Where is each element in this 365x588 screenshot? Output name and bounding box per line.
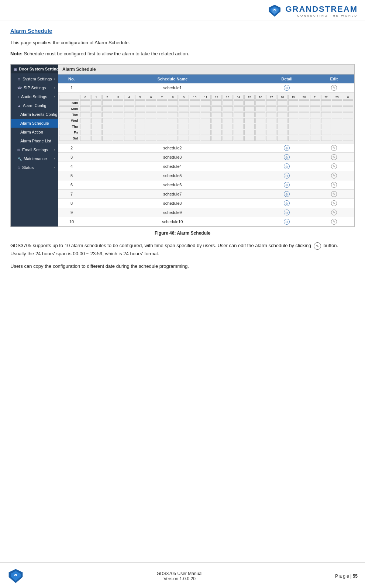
col-header-name: Schedule Name (85, 75, 260, 83)
sun-h20[interactable] (299, 100, 309, 106)
detail-icon-6[interactable]: ⊙ (284, 182, 290, 188)
sidebar-item-sip-settings[interactable]: ☎ SIP Settings › (11, 83, 58, 92)
row-name-3: schedule3 (85, 153, 260, 162)
sidebar-item-maintenance[interactable]: 🔧 Maintenance › (11, 154, 58, 163)
detail-icon-10[interactable]: ⊙ (284, 219, 290, 225)
row-detail-1[interactable]: ⊙ (260, 83, 314, 93)
sun-h5[interactable] (135, 100, 145, 106)
detail-icon-1[interactable]: ⊙ (284, 85, 290, 91)
detail-icon-8[interactable]: ⊙ (284, 200, 290, 206)
detail-icon-5[interactable]: ⊙ (284, 173, 290, 179)
row-edit-4[interactable]: ✎ (314, 162, 354, 171)
row-detail-10[interactable]: ⊙ (260, 217, 314, 226)
hour-4: 4 (124, 95, 134, 100)
detail-icon-7[interactable]: ⊙ (284, 191, 290, 197)
edit-icon-10[interactable]: ✎ (331, 219, 337, 225)
calendar-cell: 0 1 2 3 4 5 6 7 8 9 (58, 93, 354, 143)
row-edit-2[interactable]: ✎ (314, 143, 354, 153)
sun-h6[interactable] (146, 100, 156, 106)
sidebar-item-alarm-events[interactable]: Alarm Events Config (11, 110, 58, 119)
row-edit-6[interactable]: ✎ (314, 180, 354, 190)
sun-h7[interactable] (157, 100, 167, 106)
detail-icon-9[interactable]: ⊙ (284, 210, 290, 215)
row-no-7: 7 (58, 190, 85, 199)
sun-h24[interactable] (343, 100, 353, 106)
edit-icon-4[interactable]: ✎ (331, 163, 337, 169)
mon-h0[interactable] (80, 106, 90, 111)
hour-19: 19 (288, 95, 299, 100)
detail-icon-3[interactable]: ⊙ (284, 154, 290, 160)
sun-h19[interactable] (288, 100, 299, 106)
row-detail-9[interactable]: ⊙ (260, 208, 314, 217)
sidebar-item-alarm-config[interactable]: ▲ Alarm Config (11, 101, 58, 110)
sun-h23[interactable] (332, 100, 342, 106)
row-detail-7[interactable]: ⊙ (260, 190, 314, 199)
sun-h22[interactable] (321, 100, 331, 106)
edit-icon-9[interactable]: ✎ (331, 210, 337, 215)
sun-h10[interactable] (190, 100, 200, 106)
sidebar-label-status: Status (22, 165, 34, 170)
sun-h16[interactable] (255, 100, 266, 106)
row-edit-5[interactable]: ✎ (314, 171, 354, 180)
sidebar-item-system-settings[interactable]: ⚙ System Settings › (11, 75, 58, 83)
row-detail-8[interactable]: ⊙ (260, 199, 314, 208)
detail-icon-2[interactable]: ⊙ (284, 145, 290, 151)
sun-h1[interactable] (91, 100, 101, 106)
manual-version: Version 1.0.0.20 (24, 576, 335, 581)
hour-23: 23 (332, 95, 342, 100)
sun-h8[interactable] (168, 100, 178, 106)
sun-h13[interactable] (223, 100, 233, 106)
sidebar-item-status[interactable]: ⊙ Status › (11, 163, 58, 172)
edit-icon-8[interactable]: ✎ (331, 200, 337, 206)
sun-h9[interactable] (179, 100, 189, 106)
sidebar-item-alarm-action[interactable]: Alarm Action (11, 128, 58, 136)
sun-h0[interactable] (80, 100, 90, 106)
edit-icon-5[interactable]: ✎ (331, 173, 337, 179)
row-detail-5[interactable]: ⊙ (260, 171, 314, 180)
sun-h18[interactable] (277, 100, 287, 106)
calendar-sun-row: Sun (59, 100, 353, 106)
edit-icon-1[interactable]: ✎ (331, 85, 337, 91)
row-edit-9[interactable]: ✎ (314, 208, 354, 217)
row-detail-3[interactable]: ⊙ (260, 153, 314, 162)
hour-18: 18 (277, 95, 287, 100)
sun-h2[interactable] (102, 100, 113, 106)
sun-h4[interactable] (124, 100, 134, 106)
sun-h3[interactable] (113, 100, 123, 106)
calendar-fri-row: Fri (59, 130, 353, 135)
main-content: Alarm Schedule This page specifies the c… (0, 21, 365, 305)
edit-icon-3[interactable]: ✎ (331, 154, 337, 160)
detail-icon-4[interactable]: ⊙ (284, 163, 290, 169)
page-title: Alarm Schedule (10, 28, 355, 34)
sun-h17[interactable] (266, 100, 276, 106)
door-settings-icon: ▣ (14, 67, 17, 71)
row-detail-2[interactable]: ⊙ (260, 143, 314, 153)
sidebar-item-alarm-schedule[interactable]: Alarm Schedule (11, 119, 58, 128)
sidebar-item-audio-settings[interactable]: ♪ Audio Settings › (11, 92, 58, 101)
row-edit-3[interactable]: ✎ (314, 153, 354, 162)
sun-h14[interactable] (234, 100, 244, 106)
sidebar-item-email-settings[interactable]: ✉ Email Settings › (11, 145, 58, 154)
row-edit-10[interactable]: ✎ (314, 217, 354, 226)
edit-icon-7[interactable]: ✎ (331, 191, 337, 197)
hour-9: 9 (179, 95, 189, 100)
edit-icon-6[interactable]: ✎ (331, 182, 337, 188)
sidebar-label-system: System Settings (23, 77, 52, 81)
sun-h15[interactable] (244, 100, 255, 106)
sidebar-item-door-system-settings[interactable]: ▣ Door System Settings (11, 65, 58, 73)
row-detail-4[interactable]: ⊙ (260, 162, 314, 171)
row-no-6: 6 (58, 180, 85, 190)
sidebar-item-alarm-phone[interactable]: Alarm Phone List (11, 136, 58, 145)
edit-icon-2[interactable]: ✎ (331, 145, 337, 151)
row-edit-8[interactable]: ✎ (314, 199, 354, 208)
sidebar-label-email: Email Settings (22, 148, 48, 152)
sun-h21[interactable] (310, 100, 320, 106)
row-edit-7[interactable]: ✎ (314, 190, 354, 199)
hour-12: 12 (211, 95, 222, 100)
sun-h11[interactable] (201, 100, 211, 106)
row-edit-1[interactable]: ✎ (314, 83, 354, 93)
sidebar-label-alarm-phone: Alarm Phone List (20, 139, 51, 143)
table-row: 1 schedule1 ⊙ ✎ (58, 83, 354, 93)
sun-h12[interactable] (211, 100, 222, 106)
row-detail-6[interactable]: ⊙ (260, 180, 314, 190)
